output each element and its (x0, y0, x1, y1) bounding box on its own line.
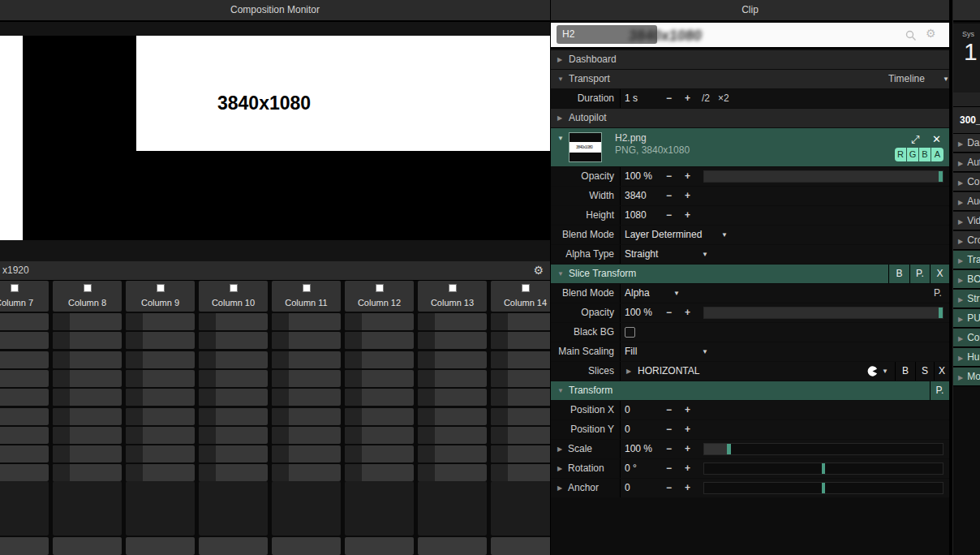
clip-slot[interactable] (0, 427, 49, 444)
clip-slot[interactable] (199, 313, 268, 330)
clip-slot[interactable] (199, 537, 268, 555)
st-opacity-minus-button[interactable]: − (666, 303, 672, 322)
transform-param-button[interactable]: P. (930, 381, 949, 400)
anchor-plus-button[interactable]: + (685, 479, 690, 497)
st-param-button[interactable]: P. (934, 284, 942, 303)
column-trigger-button[interactable] (157, 284, 165, 292)
right-panel-titlebar[interactable] (953, 0, 980, 22)
duration-double-button[interactable]: ×2 (718, 89, 729, 108)
chevron-down-icon[interactable]: ▼ (702, 342, 708, 361)
rotation-slider[interactable] (703, 462, 943, 475)
clip-slot[interactable] (0, 389, 49, 406)
chevron-right-icon[interactable]: ▶ (958, 199, 963, 206)
close-button[interactable]: X (930, 265, 949, 283)
column-header[interactable]: Column 11 (272, 281, 341, 312)
anchor-value[interactable]: 0 (625, 479, 630, 497)
opacity-slider[interactable] (703, 170, 943, 183)
empty-clip-slot[interactable] (53, 481, 122, 536)
column-trigger-button[interactable] (376, 284, 384, 292)
clip-slot[interactable] (345, 389, 414, 406)
clip-slot[interactable] (126, 313, 195, 330)
chevron-right-icon[interactable]: ▶ (958, 160, 963, 167)
clip-slot[interactable] (345, 427, 414, 444)
clip-slot[interactable] (126, 370, 195, 387)
collapsed-section-mo[interactable]: ▶Mo (953, 368, 980, 386)
width-minus-button[interactable]: − (666, 187, 672, 205)
clip-slot[interactable] (0, 445, 49, 462)
column-trigger-button[interactable] (230, 284, 238, 292)
clip-slot[interactable] (199, 464, 268, 481)
scale-value[interactable]: 100 % (625, 440, 652, 458)
column-header[interactable]: Column 12 (345, 281, 414, 312)
clip-slot[interactable] (53, 370, 122, 387)
chevron-right-icon[interactable]: ▶ (958, 238, 963, 245)
chevron-right-icon[interactable]: ▶ (958, 355, 963, 362)
clip-slot[interactable] (53, 332, 122, 349)
collapsed-section-tra[interactable]: ▶Tra (953, 251, 980, 269)
clip-slot[interactable] (418, 332, 487, 349)
empty-clip-slot[interactable] (345, 481, 414, 536)
chevron-down-icon[interactable]: ▼ (882, 362, 888, 381)
scale-slider[interactable] (703, 443, 943, 455)
clip-slot[interactable] (418, 370, 487, 387)
clip-slot[interactable] (199, 389, 268, 406)
height-value[interactable]: 1080 (625, 206, 647, 225)
slider-handle[interactable] (822, 463, 825, 474)
clip-slot[interactable] (126, 351, 195, 368)
anchor-slider[interactable] (703, 482, 943, 494)
settings-gear-icon[interactable]: ⚙ (926, 27, 939, 40)
clip-slot[interactable] (491, 537, 550, 555)
column-header[interactable]: Column 10 (199, 281, 268, 312)
empty-clip-slot[interactable] (199, 481, 268, 536)
section-transport[interactable]: ▼ Transport Timeline ▼ (551, 70, 949, 88)
black-bg-checkbox[interactable] (625, 327, 635, 338)
st-opacity-slider[interactable] (703, 307, 943, 319)
column-header[interactable]: Column 8 (53, 281, 122, 312)
rotation-plus-button[interactable]: + (685, 459, 690, 478)
clip-slot[interactable] (345, 537, 414, 555)
chevron-down-icon[interactable]: ▼ (557, 135, 564, 142)
clip-slot[interactable] (272, 464, 341, 481)
clip-slot[interactable] (272, 370, 341, 387)
clip-slot[interactable] (53, 445, 122, 462)
clip-slot[interactable] (272, 313, 341, 330)
slice-mask-icon[interactable] (867, 366, 878, 376)
position-x-value[interactable]: 0 (625, 401, 630, 419)
height-minus-button[interactable]: − (666, 206, 672, 225)
chevron-down-icon[interactable]: ▼ (721, 226, 728, 244)
column-trigger-button[interactable] (11, 284, 19, 292)
duration-minus-button[interactable]: − (666, 89, 672, 108)
chevron-right-icon[interactable]: ▶ (958, 218, 963, 226)
scale-minus-button[interactable]: − (666, 440, 672, 458)
clip-slot[interactable] (272, 408, 341, 425)
chevron-right-icon[interactable]: ▶ (557, 109, 562, 127)
blend-mode-select[interactable]: Layer Determined (625, 226, 702, 244)
clip-slot[interactable] (491, 389, 550, 406)
st-opacity-value[interactable]: 100 % (625, 303, 652, 322)
clip-slot[interactable] (272, 389, 341, 406)
clip-slot[interactable] (199, 445, 268, 462)
clip-grid-titlebar[interactable]: x1920 ⚙ (0, 261, 550, 281)
channel-r-toggle[interactable]: R (895, 148, 907, 161)
clip-slot[interactable] (199, 408, 268, 425)
clip-slot[interactable] (272, 351, 341, 368)
composition-monitor-titlebar[interactable]: Composition Monitor (0, 0, 550, 22)
clip-slot[interactable] (418, 313, 487, 330)
clip-slot[interactable] (126, 408, 195, 425)
collapsed-section-col[interactable]: ▶Col (953, 329, 980, 347)
slices-value[interactable]: HORIZONTAL (638, 362, 699, 381)
clip-slot[interactable] (53, 427, 122, 444)
chevron-right-icon[interactable]: ▶ (557, 440, 562, 458)
duration-plus-button[interactable]: + (685, 89, 690, 108)
chevron-right-icon[interactable]: ▶ (557, 459, 562, 478)
clip-slot[interactable] (345, 445, 414, 462)
collapsed-section-cro[interactable]: ▶Cro (953, 231, 980, 250)
clip-slot[interactable] (199, 332, 268, 349)
position-x-plus-button[interactable]: + (685, 401, 690, 419)
transport-mode-select[interactable]: Timeline (888, 70, 925, 88)
column-trigger-button[interactable] (303, 284, 311, 292)
position-x-minus-button[interactable]: − (666, 401, 672, 419)
chevron-right-icon[interactable]: ▶ (958, 179, 963, 187)
collapsed-section-hu[interactable]: ▶Hu (953, 348, 980, 367)
column-header[interactable]: Column 13 (418, 281, 487, 312)
